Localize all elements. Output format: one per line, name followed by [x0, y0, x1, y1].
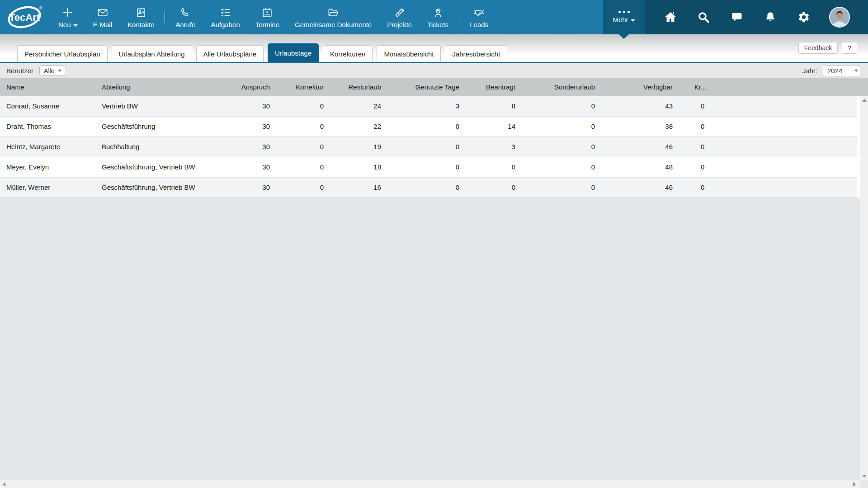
table-row[interactable]: Conrad, Susanne Vertrieb BW 30 0 24 3 8 … [0, 96, 857, 117]
table-row[interactable]: Heintz, Margarete Buchhaltung 30 0 19 0 … [0, 137, 857, 157]
table-row[interactable]: Meyer, Evelyn Geschäftsführung, Vertrieb… [0, 157, 857, 178]
user-filter-label: Benutzer [6, 67, 33, 75]
table-row[interactable]: Draht, Thomas Geschäftsführung 30 0 22 0… [0, 117, 857, 137]
column-header-resturlaub[interactable]: Resturlaub [324, 78, 381, 96]
cell-anspruch: 30 [212, 157, 270, 177]
year-dropdown-button[interactable] [852, 65, 860, 76]
nav-item-kontakte[interactable]: Kontakte [120, 0, 162, 34]
handshake-icon [472, 6, 486, 19]
cell-genutzte-tage: 0 [381, 157, 459, 177]
tab-korrekturen[interactable]: Korrekturen [323, 45, 373, 62]
column-header-anspruch[interactable]: Anspruch [212, 78, 270, 96]
tecart-logo-icon: TecArt ® [6, 4, 44, 31]
cell-krank: 0 [673, 137, 857, 157]
cell-verfuegbar: 43 [595, 96, 673, 116]
nav-label: Projekte [387, 21, 412, 28]
nav-label: Anrufe [175, 21, 195, 28]
cell-resturlaub: 16 [324, 178, 381, 197]
help-button[interactable]: ? [842, 42, 857, 54]
year-input[interactable] [823, 65, 852, 76]
table-empty-area [0, 198, 860, 480]
home-icon[interactable] [663, 9, 678, 25]
phone-icon [179, 6, 191, 19]
tecart-logo[interactable]: TecArt ® [0, 0, 51, 34]
caret-down-icon [631, 19, 635, 22]
year-filter: Jahr: [802, 65, 860, 76]
cell-abteilung: Geschäftsführung [81, 117, 212, 136]
calendar-icon [261, 6, 273, 19]
cell-korrektur: 0 [270, 137, 324, 157]
table-row[interactable]: Müller, Werner Geschäftsführung, Vertrie… [0, 178, 857, 198]
column-header-sonderurlaub[interactable]: Sonderurlaub [515, 78, 595, 96]
column-header-beantragt[interactable]: Beantragt [459, 78, 515, 96]
tab-alle-urlaubsplaene[interactable]: Alle Urlaubspläne [196, 45, 264, 62]
cell-anspruch: 30 [212, 117, 270, 136]
nav-item-mehr[interactable]: Mehr [603, 0, 645, 34]
tab-list: Persönlicher Urlaubsplan Urlaubsplan Abt… [17, 43, 507, 62]
filter-bar: Benutzer Alle Jahr: [0, 63, 868, 78]
cell-korrektur: 0 [270, 117, 324, 136]
feedback-button[interactable]: Feedback [798, 42, 838, 54]
cell-verfuegbar: 46 [595, 178, 673, 197]
cell-genutzte-tage: 0 [381, 137, 459, 157]
column-header-genutzte-tage[interactable]: Genutzte Tage [381, 78, 459, 96]
column-header-abteilung[interactable]: Abteilung [81, 78, 212, 96]
cell-name: Meyer, Evelyn [0, 157, 81, 177]
column-header-name[interactable]: Name [0, 78, 81, 96]
scroll-right-arrow-icon[interactable] [853, 482, 856, 487]
column-header-korrektur[interactable]: Korrektur [270, 78, 324, 96]
cell-anspruch: 30 [212, 96, 270, 116]
user-filter-dropdown[interactable]: Alle [39, 66, 66, 76]
cell-korrektur: 0 [270, 157, 324, 177]
cell-resturlaub: 24 [324, 96, 381, 116]
cell-verfuegbar: 38 [595, 117, 673, 136]
horizontal-scrollbar[interactable] [0, 480, 860, 488]
svg-text:®: ® [39, 6, 42, 10]
cell-anspruch: 30 [212, 178, 270, 197]
cell-beantragt: 14 [459, 117, 515, 136]
chat-icon[interactable] [729, 9, 745, 25]
nav-item-termine[interactable]: Termine [248, 0, 287, 34]
nav-item-aufgaben[interactable]: Aufgaben [203, 0, 247, 34]
nav-item-anrufe[interactable]: Anrufe [168, 0, 203, 34]
envelope-icon [97, 6, 108, 19]
tab-actions: Feedback ? [798, 42, 857, 54]
plus-icon [61, 6, 74, 19]
column-header-verfuegbar[interactable]: Verfügbar [595, 78, 673, 96]
nav-label: Leads [470, 21, 488, 28]
scroll-down-arrow-icon[interactable] [862, 475, 867, 478]
nav-item-tickets[interactable]: Tickets [420, 0, 456, 34]
vertical-scrollbar[interactable] [860, 96, 868, 480]
year-filter-label: Jahr: [802, 67, 817, 75]
search-icon[interactable] [696, 9, 711, 25]
bell-icon[interactable] [763, 9, 778, 25]
tab-persoenlicher-urlaubsplan[interactable]: Persönlicher Urlaubsplan [17, 45, 108, 62]
nav-item-neu[interactable]: Neu [51, 0, 85, 34]
cell-beantragt: 0 [459, 178, 515, 197]
cell-genutzte-tage: 0 [381, 178, 459, 197]
tab-urlaubstage[interactable]: Urlaubstage [268, 43, 319, 62]
cell-verfuegbar: 46 [595, 137, 673, 157]
cell-anspruch: 30 [212, 137, 270, 157]
column-header-krank[interactable]: Kr... [673, 78, 857, 96]
scrollbar-corner [860, 480, 868, 488]
scroll-up-arrow-icon[interactable] [862, 99, 867, 102]
cell-sonderurlaub: 0 [515, 117, 595, 136]
cell-sonderurlaub: 0 [515, 137, 595, 157]
nav-label: Tickets [427, 21, 448, 28]
nav-item-email[interactable]: E-Mail [85, 0, 120, 34]
nav-item-leads[interactable]: Leads [462, 0, 496, 34]
nav-item-projekte[interactable]: Projekte [379, 0, 420, 34]
nav-item-gemeinsame-dokumente[interactable]: Gemeinsame Dokumente [287, 0, 379, 34]
nav-separator [459, 11, 459, 23]
user-avatar[interactable] [829, 7, 850, 28]
cell-krank: 0 [673, 178, 857, 197]
topbar-quick-actions [645, 0, 868, 34]
gear-icon[interactable] [796, 9, 811, 25]
tab-monatsuebersicht[interactable]: Monatsübersicht [377, 45, 441, 62]
cell-resturlaub: 22 [324, 117, 381, 136]
tab-jahresuebersicht[interactable]: Jahresübersicht [445, 45, 507, 62]
nav-label: E-Mail [93, 21, 113, 28]
scroll-left-arrow-icon[interactable] [3, 482, 5, 487]
tab-urlaubsplan-abteilung[interactable]: Urlaubsplan Abteilung [112, 45, 192, 62]
